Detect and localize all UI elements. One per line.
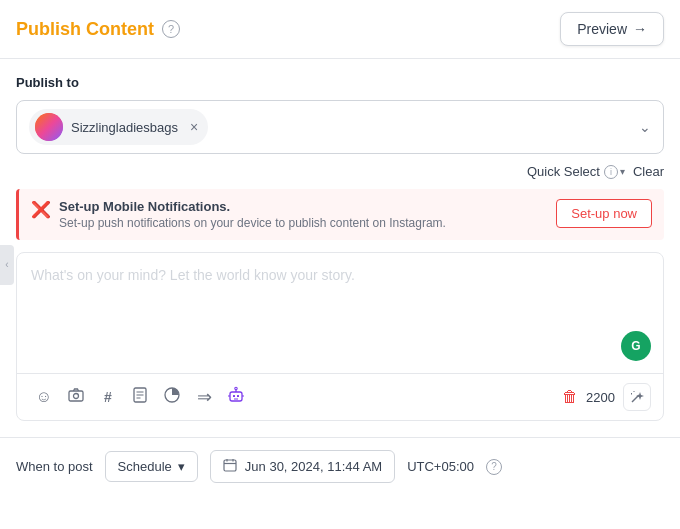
- date-picker[interactable]: Jun 30, 2024, 11:44 AM: [210, 450, 395, 483]
- editor-container: What's on your mind? Let the world know …: [16, 252, 664, 421]
- emoji-button[interactable]: ☺: [29, 382, 59, 412]
- alert-left: ❌ Set-up Mobile Notifications. Set-up pu…: [31, 199, 446, 230]
- robot-icon: [227, 386, 245, 408]
- page-title: Publish Content: [16, 19, 154, 40]
- alert-content: Set-up Mobile Notifications. Set-up push…: [59, 199, 446, 230]
- image-button[interactable]: [61, 382, 91, 412]
- alert-box: ❌ Set-up Mobile Notifications. Set-up pu…: [16, 189, 664, 240]
- editor-toolbar: ☺ #: [17, 373, 663, 420]
- svg-rect-7: [230, 392, 242, 401]
- preview-arrow-icon: →: [633, 21, 647, 37]
- svg-point-1: [74, 394, 79, 399]
- publish-to-label: Publish to: [16, 75, 664, 90]
- quick-select-info-dropdown[interactable]: i ▾: [604, 165, 625, 179]
- quick-select-group: Quick Select i ▾: [527, 164, 625, 179]
- svg-rect-8: [233, 395, 235, 397]
- trash-icon[interactable]: 🗑: [562, 388, 578, 406]
- footer: When to post Schedule ▾ Jun 30, 2024, 11…: [0, 437, 680, 495]
- info-icon: i: [604, 165, 618, 179]
- char-count-group: 🗑 2200: [562, 383, 651, 411]
- editor-area[interactable]: What's on your mind? Let the world know …: [17, 253, 663, 373]
- content-area: Publish to Sizzlingladiesbags × ⌄ Quick …: [0, 59, 680, 421]
- ai-robot-button[interactable]: [221, 382, 251, 412]
- alert-description: Set-up push notifications on your device…: [59, 216, 446, 230]
- collapse-handle[interactable]: ‹: [0, 245, 14, 285]
- publish-content-panel: ‹ Publish Content ? Preview → Publish to…: [0, 0, 680, 529]
- editor-placeholder: What's on your mind? Let the world know …: [31, 267, 355, 283]
- chart-button[interactable]: [157, 382, 187, 412]
- avatar: [35, 113, 63, 141]
- header-left: Publish Content ?: [16, 19, 180, 40]
- when-to-post-label: When to post: [16, 459, 93, 474]
- account-name: Sizzlingladiesbags: [71, 120, 178, 135]
- timezone-help-icon[interactable]: ?: [486, 459, 502, 475]
- remove-account-button[interactable]: ×: [190, 119, 198, 135]
- svg-point-12: [235, 387, 237, 389]
- pie-chart-icon: [164, 387, 180, 407]
- alert-error-icon: ❌: [31, 200, 51, 219]
- chevron-down-icon: ▾: [620, 166, 625, 177]
- emoji-icon: ☺: [36, 388, 52, 406]
- svg-rect-0: [69, 391, 83, 401]
- svg-rect-19: [224, 460, 236, 471]
- hashtag-icon: #: [104, 389, 112, 405]
- alert-title: Set-up Mobile Notifications.: [59, 199, 446, 214]
- camera-icon: [68, 387, 84, 407]
- quick-select-bar: Quick Select i ▾ Clear: [16, 164, 664, 179]
- account-selector[interactable]: Sizzlingladiesbags × ⌄: [16, 100, 664, 154]
- char-count: 2200: [586, 390, 615, 405]
- preview-button[interactable]: Preview →: [560, 12, 664, 46]
- link-icon: ⇒: [197, 386, 212, 408]
- document-button[interactable]: [125, 382, 155, 412]
- help-icon[interactable]: ?: [162, 20, 180, 38]
- link-button[interactable]: ⇒: [189, 382, 219, 412]
- account-dropdown-arrow[interactable]: ⌄: [639, 119, 651, 135]
- account-chip: Sizzlingladiesbags ×: [29, 109, 208, 145]
- schedule-dropdown[interactable]: Schedule ▾: [105, 451, 198, 482]
- document-icon: [133, 387, 147, 407]
- schedule-chevron-icon: ▾: [178, 459, 185, 474]
- svg-rect-9: [237, 395, 239, 397]
- calendar-icon: [223, 458, 237, 475]
- timezone-label: UTC+05:00: [407, 459, 474, 474]
- clear-button[interactable]: Clear: [633, 164, 664, 179]
- header: Publish Content ? Preview →: [0, 0, 680, 59]
- date-label: Jun 30, 2024, 11:44 AM: [245, 459, 382, 474]
- magic-wand-button[interactable]: [623, 383, 651, 411]
- schedule-label: Schedule: [118, 459, 172, 474]
- grammarly-badge: G: [621, 331, 651, 361]
- hashtag-button[interactable]: #: [93, 382, 123, 412]
- quick-select-label: Quick Select: [527, 164, 600, 179]
- setup-now-button[interactable]: Set-up now: [556, 199, 652, 228]
